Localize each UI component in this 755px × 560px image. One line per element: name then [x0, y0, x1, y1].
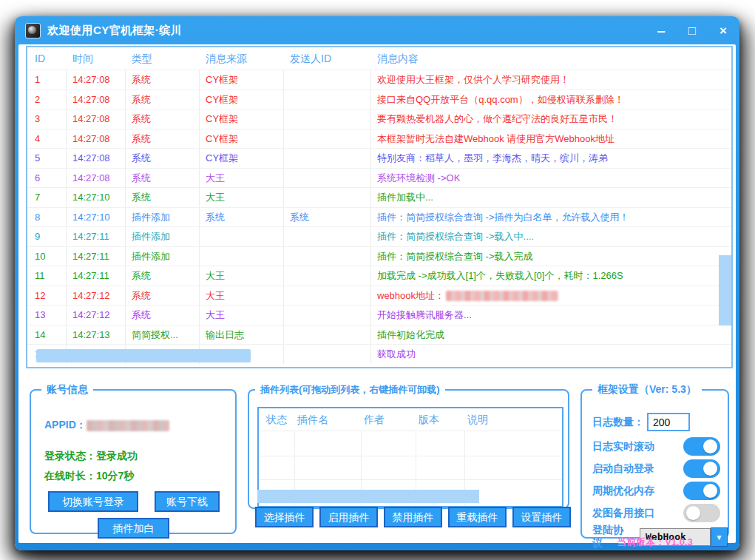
login-status-text: 登录状态：登录成功: [44, 450, 138, 463]
log-cell-time: 14:27:08: [67, 70, 126, 90]
log-row[interactable]: 314:27:08系统CY框架要有颗热爱机器人的心，做个遵纪守法的良好五星市民！: [27, 109, 731, 129]
log-cell-time: 14:27:12: [67, 286, 126, 306]
log-row[interactable]: 814:27:10插件添加系统系统插件：简简授权综合查询 ->插件为白名单，允许…: [27, 207, 731, 227]
toggle-switch[interactable]: [683, 459, 720, 478]
log-col-type: 类型: [126, 47, 200, 70]
app-window: 欢迎使用CY官机框架·缤川 – □ × ID 时间 类型 消息来源 发送人ID …: [15, 16, 739, 550]
online-time-text: 在线时长：10分7秒: [44, 470, 134, 483]
log-col-id: ID: [27, 47, 67, 70]
log-col-time: 时间: [67, 47, 126, 70]
log-cell-source: 大王: [200, 286, 284, 306]
plugin-grid-line: [259, 479, 562, 480]
log-cell-sender: [284, 188, 371, 207]
log-row[interactable]: 914:27:11插件添加插件：简简授权综合查询 ->载入中....: [27, 226, 731, 246]
framework-settings-title: 框架设置（Ver: 5.3）: [592, 383, 702, 397]
disable-plugin-button[interactable]: 禁用插件: [384, 507, 442, 527]
log-row[interactable]: 514:27:08系统CY框架特别友商：稻草人，墨羽，李海杰，晴天，缤川，涛弟: [27, 148, 731, 168]
toggle-knob: [703, 484, 717, 498]
appid-value-redacted: [87, 420, 169, 431]
log-col-sender: 发送人ID: [284, 47, 371, 70]
window-title: 欢迎使用CY官机框架·缤川: [47, 24, 182, 38]
log-cell-type: 系统: [126, 129, 200, 149]
log-row[interactable]: 114:27:08系统CY框架欢迎使用大王框架，仅供个人学习研究使用！: [27, 70, 731, 90]
log-cell-source: CY框架: [200, 90, 284, 109]
log-cell-sender: [284, 149, 371, 168]
log-horizontal-scrollbar[interactable]: [36, 349, 251, 362]
log-cell-time: 14:27:12: [67, 306, 126, 325]
log-cell-source: 输出日志: [200, 325, 284, 345]
log-cell-sender: [284, 306, 371, 325]
toggle-switch[interactable]: [683, 504, 720, 522]
log-cell-sender: [284, 70, 371, 90]
log-vertical-scrollbar[interactable]: [719, 255, 731, 325]
log-row[interactable]: 214:27:08系统CY框架接口来自QQ开放平台（q.qq.com），如侵权请…: [27, 90, 731, 109]
log-cell-message: 系统环境检测 ->OK: [371, 169, 731, 188]
titlebar[interactable]: 欢迎使用CY官机框架·缤川 – □ ×: [15, 16, 739, 44]
reload-plugin-button[interactable]: 重载插件: [448, 507, 507, 527]
log-cell-time: 14:27:08: [67, 90, 126, 109]
log-cell-id: 1: [27, 70, 67, 90]
toggle-label: 启动自动登录: [592, 462, 654, 476]
plugin-horizontal-scrollbar[interactable]: [257, 490, 479, 503]
log-cell-type: 系统: [126, 90, 200, 109]
log-cell-message: 插件初始化完成: [371, 325, 731, 345]
log-cell-source: 大王: [200, 188, 284, 207]
log-row[interactable]: 414:27:08系统CY框架本框架暂时无法自建Webhook 请使用官方Web…: [27, 129, 731, 149]
log-cell-source: 大王: [200, 169, 284, 188]
log-cell-time: 14:27:08: [67, 129, 126, 149]
toggle-switch[interactable]: [683, 482, 720, 500]
toggle-label: 发图备用接口: [592, 507, 654, 520]
log-cell-type: 系统: [126, 70, 200, 90]
plugin-whitelist-button[interactable]: 插件加白: [98, 518, 169, 539]
log-cell-type: 系统: [126, 169, 200, 188]
log-row[interactable]: 1414:27:13简简授权...输出日志插件初始化完成: [27, 325, 731, 345]
log-cell-sender: [284, 266, 371, 286]
toggle-switch[interactable]: [683, 437, 720, 456]
close-icon[interactable]: ×: [717, 24, 729, 37]
log-cell-type: 系统: [126, 149, 200, 168]
log-cell-id: 7: [27, 188, 67, 207]
log-cell-id: 10: [27, 247, 67, 266]
appid-row: APPID：: [44, 419, 169, 432]
log-cell-source: CY框架: [200, 149, 284, 168]
log-cell-source: CY框架: [200, 129, 284, 149]
enable-plugin-button[interactable]: 启用插件: [319, 507, 378, 527]
log-cell-time: 14:27:10: [67, 208, 126, 227]
log-cell-message: 接口来自QQ开放平台（q.qq.com），如侵权请联系删除！: [371, 90, 731, 109]
log-cell-id: 14: [27, 325, 67, 345]
maximize-icon[interactable]: □: [686, 24, 698, 37]
log-row[interactable]: 1114:27:11系统大王加载完成 ->成功载入[1]个，失败载入[0]个，耗…: [27, 266, 731, 286]
log-cell-message: 插件加载中...: [371, 188, 731, 207]
log-row[interactable]: 714:27:10系统大王插件加载中...: [27, 187, 731, 207]
toggle-row: 日志实时滚动: [592, 437, 720, 456]
log-cell-source: 大王: [200, 266, 284, 286]
log-cell-time: 14:27:13: [67, 325, 126, 345]
minimize-icon[interactable]: –: [655, 23, 667, 38]
log-cell-id: 11: [27, 266, 67, 286]
log-cell-message: 插件：简简授权综合查询 ->载入中....: [371, 227, 731, 246]
plugin-col-version: 版本: [416, 408, 464, 431]
log-row[interactable]: 614:27:08系统大王系统环境检测 ->OK: [27, 168, 731, 188]
log-count-row: 日志数量：: [592, 413, 690, 431]
plugin-table-header: 状态 插件名 作者 版本 说明: [259, 408, 562, 431]
appid-label: APPID：: [44, 419, 87, 431]
log-row[interactable]: 1314:27:12系统大王开始接触腾讯服务器...: [27, 305, 731, 325]
plugin-col-desc: 说明: [464, 408, 562, 431]
configure-plugin-button[interactable]: 设置插件: [512, 507, 571, 527]
select-plugin-button[interactable]: 选择插件: [255, 507, 314, 527]
log-table-header: ID 时间 类型 消息来源 发送人ID 消息内容: [27, 47, 731, 70]
log-cell-source: [200, 247, 284, 266]
account-offline-button[interactable]: 账号下线: [155, 491, 220, 512]
log-row[interactable]: 1014:27:11插件添加插件：简简授权综合查询 ->载入完成: [27, 246, 731, 266]
log-cell-sender: [284, 345, 371, 364]
plugin-col-name: 插件名: [294, 408, 361, 431]
log-cell-type: 系统: [126, 286, 200, 306]
log-count-input[interactable]: [647, 413, 690, 431]
log-cell-id: 6: [27, 169, 67, 188]
switch-account-button[interactable]: 切换账号登录: [48, 491, 138, 512]
log-cell-message: 要有颗热爱机器人的心，做个遵纪守法的良好五星市民！: [371, 109, 731, 129]
log-col-source: 消息来源: [200, 47, 284, 70]
log-row[interactable]: 1214:27:12系统大王webhook地址：: [27, 286, 731, 306]
log-cell-time: 14:27:08: [67, 169, 126, 188]
log-cell-time: 14:27:10: [67, 188, 126, 207]
